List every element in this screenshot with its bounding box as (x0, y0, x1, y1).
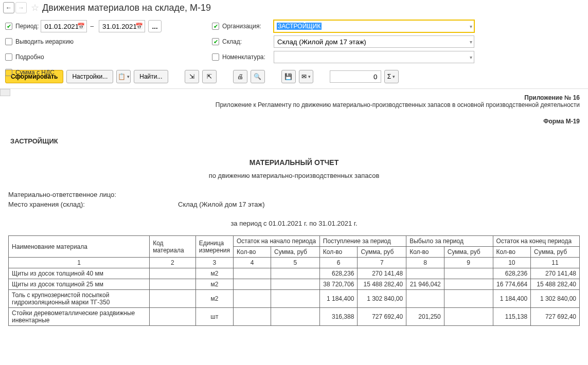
period-picker-button[interactable]: ... (148, 20, 162, 32)
storage-value: Склад (Жилой дом 17 этаж) (178, 200, 265, 208)
nomenclature-combo[interactable]: ▾ (274, 51, 474, 63)
page-title: Движения материалов на складе, М-19 (42, 3, 211, 13)
detailed-label: Подробно (15, 53, 44, 61)
col-sum: Сумма, руб (271, 247, 320, 258)
period-label: Период: (15, 23, 39, 30)
org-input[interactable] (274, 20, 474, 32)
dropdown-icon[interactable]: ▾ (470, 24, 472, 29)
nomenclature-checkbox[interactable] (212, 53, 219, 61)
org-checkbox[interactable] (212, 23, 219, 30)
date-from-input[interactable] (41, 20, 87, 32)
warehouse-input[interactable] (274, 35, 474, 48)
report-subheading: по движению материально-производственных… (8, 172, 580, 179)
detailed-checkbox[interactable] (5, 53, 12, 61)
warehouse-checkbox[interactable] (212, 38, 219, 45)
col-qty: Кол-во (493, 247, 531, 258)
preview-button[interactable]: 🔍 (251, 70, 265, 83)
org-combo[interactable]: ЗАСТРОЙЩИК ▾ (274, 20, 474, 32)
col-code: Код материала (150, 236, 196, 258)
col-qty: Кол-во (234, 247, 271, 258)
col-sum: Сумма, руб (531, 247, 580, 258)
forward-button[interactable]: → (15, 2, 27, 13)
org-label: Организация: (222, 23, 274, 30)
print-button[interactable]: 🖨 (233, 70, 247, 83)
col-sum: Сумма, руб (444, 247, 493, 258)
nomenclature-input[interactable] (274, 51, 474, 63)
save-button[interactable]: 💾 (281, 70, 296, 83)
warehouse-combo[interactable]: ▾ (274, 35, 474, 48)
sigma-button[interactable]: Σ▾ (384, 70, 399, 83)
expand-button[interactable]: ⇲ (185, 70, 199, 83)
period-checkbox[interactable] (5, 23, 12, 30)
hierarchy-label: Выводить иерархию (15, 38, 74, 45)
col-out: Выбыло за период (406, 236, 493, 247)
report-org: ЗАСТРОЙЩИК (10, 137, 580, 145)
form-no: Форма М-19 (8, 118, 580, 125)
col-start: Остаток на начало периода (234, 236, 320, 247)
email-button[interactable]: ✉▾ (299, 70, 313, 83)
period-text: за период с 01.01.2021 г. по 31.01.2021 … (8, 220, 580, 227)
storage-label: Место хранения (склад): (8, 200, 178, 208)
warehouse-label: Склад: (222, 38, 274, 45)
dropdown-icon[interactable]: ▾ (470, 39, 472, 45)
dropdown-icon[interactable]: ▾ (470, 54, 472, 60)
back-button[interactable]: ← (3, 2, 14, 13)
responsible-label: Материально-ответственное лицо: (8, 191, 178, 198)
sum-input[interactable] (330, 70, 381, 83)
collapse-button[interactable]: ⇱ (202, 70, 217, 83)
col-qty: Кол-во (406, 247, 444, 258)
nomenclature-label: Номенклатура: (222, 53, 274, 61)
attachment-text: Приложение к Регламенту по движению мате… (8, 101, 580, 108)
table-row: Толь с крупнозернистой посыпкой гидроизо… (9, 290, 580, 308)
col-name: Наименование материала (9, 236, 150, 258)
sum-vat-checkbox[interactable] (5, 69, 12, 76)
col-unit: Единица измерения (195, 236, 233, 258)
date-separator: – (90, 23, 94, 30)
col-sum: Сумма, руб (358, 247, 406, 258)
favorite-star-icon[interactable]: ☆ (31, 2, 39, 13)
collapse-strip[interactable] (0, 89, 10, 96)
attachment-no: Приложение № 16 (524, 94, 580, 101)
col-qty: Кол-во (319, 247, 358, 258)
date-to-input[interactable] (99, 20, 145, 32)
sum-vat-label: Сумма с НДС (15, 69, 55, 76)
table-row: Щиты из досок толщиной 25 ммм238 720,706… (9, 279, 580, 290)
hierarchy-checkbox[interactable] (5, 38, 12, 45)
col-end: Остаток на конец периода (493, 236, 579, 247)
report-table: Наименование материала Код материала Еди… (8, 235, 580, 326)
report-heading: МАТЕРИАЛЬНЫЙ ОТЧЕТ (8, 158, 580, 167)
table-row: Щиты из досок толщиной 40 ммм2628,236270… (9, 268, 580, 279)
table-row: Стойки деревометаллические раздвижные ин… (9, 308, 580, 326)
col-in: Поступление за период (319, 236, 406, 247)
